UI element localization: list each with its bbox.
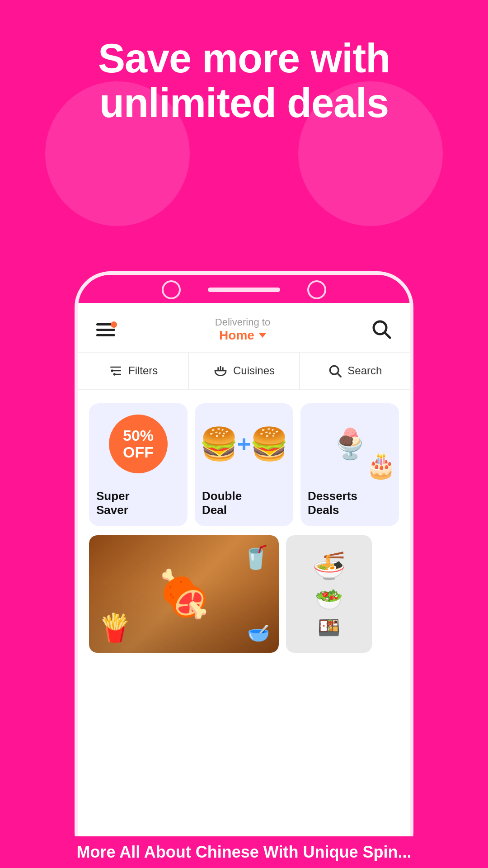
burger-right-icon: 🍔 — [249, 425, 289, 462]
app-header: Delivering to Home — [78, 303, 410, 352]
filter-label: Filters — [128, 364, 158, 377]
super-saver-name: SuperSaver — [89, 485, 188, 517]
double-deal-name: DoubleDeal — [195, 485, 293, 517]
filter-bar: Filters Cuisines Search — [78, 352, 410, 390]
location-text: Home — [219, 328, 254, 343]
delivery-label: Delivering to — [215, 316, 270, 328]
categories-section: 50% OFF SuperSaver 🍔 🍔 + DoubleDeal — [78, 390, 410, 535]
noodle-emoji-1: 🍜 — [312, 550, 346, 582]
search-icon — [370, 318, 392, 340]
bowl-icon — [213, 363, 228, 378]
discount-badge: 50% OFF — [109, 415, 168, 473]
delivery-location[interactable]: Home — [215, 328, 270, 343]
chevron-down-icon — [259, 333, 266, 338]
restaurants-section: 🍖 🍟 🥤 🥣 🍜 🥗 🍱 — [78, 535, 410, 653]
restaurant-card-noodles[interactable]: 🍜 🥗 🍱 — [286, 535, 376, 653]
double-deal-image: 🍔 🍔 + — [195, 403, 293, 485]
search-filter-button[interactable]: Search — [300, 353, 410, 389]
svg-point-6 — [113, 373, 116, 375]
sliders-icon — [108, 363, 123, 378]
burger-left-icon: 🍔 — [199, 425, 239, 462]
desserts-image: 🍨 🎂 — [300, 403, 399, 485]
cuisines-label: Cuisines — [233, 364, 275, 377]
noodle-emoji-3: 🍱 — [318, 617, 340, 638]
chinese-food-image: 🍖 🍟 🥤 🥣 — [89, 535, 279, 653]
svg-line-12 — [338, 373, 341, 377]
phone-top-bar — [162, 280, 326, 299]
phone-button-right — [307, 280, 326, 299]
category-card-super-saver[interactable]: 50% OFF SuperSaver — [89, 403, 188, 526]
hamburger-line-3 — [96, 334, 115, 336]
cuisines-button[interactable]: Cuisines — [189, 353, 300, 389]
categories-grid: 50% OFF SuperSaver 🍔 🍔 + DoubleDeal — [89, 403, 399, 526]
bottom-caption: More All About Chinese With Unique Spin.… — [0, 836, 488, 868]
noodles-food-image: 🍜 🥗 🍱 — [286, 535, 372, 653]
phone-button-left — [162, 280, 181, 299]
category-card-double-deal[interactable]: 🍔 🍔 + DoubleDeal — [195, 403, 293, 526]
svg-line-1 — [385, 333, 390, 338]
food-emoji-fries: 🍟 — [98, 612, 132, 644]
phone-mockup: Delivering to Home — [75, 271, 413, 868]
phone-screen: Delivering to Home — [78, 303, 410, 868]
food-emoji-drink: 🥤 — [242, 544, 270, 571]
super-saver-image: 50% OFF — [89, 403, 188, 485]
svg-point-5 — [111, 369, 113, 372]
phone-notch — [208, 288, 280, 292]
hamburger-line-2 — [96, 329, 115, 331]
bottom-caption-text: More All About Chinese With Unique Spin.… — [77, 843, 412, 861]
desserts-name: DessertsDeals — [300, 485, 399, 517]
food-emoji-sauce: 🥣 — [247, 623, 270, 644]
search-filter-icon — [328, 363, 342, 378]
hero-title: Save more with unlimited deals — [27, 36, 461, 126]
ice-cream-icon: 🍨 — [332, 427, 368, 461]
noodle-emoji-2: 🥗 — [315, 586, 343, 613]
cake-icon: 🎂 — [366, 451, 397, 480]
header-search-button[interactable] — [370, 318, 392, 341]
filter-button[interactable]: Filters — [78, 353, 189, 389]
plus-icon: + — [237, 430, 251, 458]
restaurant-card-chinese[interactable]: 🍖 🍟 🥤 🥣 — [89, 535, 279, 653]
category-card-desserts[interactable]: 🍨 🎂 DessertsDeals — [300, 403, 399, 526]
notification-dot — [111, 321, 117, 328]
menu-button[interactable] — [96, 323, 115, 336]
food-emoji-main: 🍖 — [156, 567, 212, 621]
search-label: Search — [347, 364, 382, 377]
hero-section: Save more with unlimited deals — [0, 36, 488, 126]
delivery-info[interactable]: Delivering to Home — [215, 316, 270, 343]
